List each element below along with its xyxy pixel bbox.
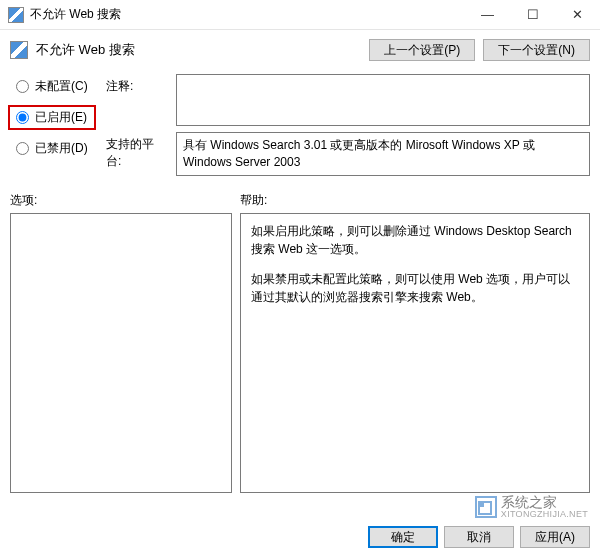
apply-button[interactable]: 应用(A) [520, 526, 590, 548]
watermark-text: 系统之家 XITONGZHIJIA.NET [501, 495, 588, 520]
config-section: 未配置(C) 已启用(E) 已禁用(D) 注释: 支持的平台: 具有 Windo… [0, 70, 600, 182]
fields-column: 注释: 支持的平台: 具有 Windows Search 3.01 或更高版本的… [106, 74, 590, 176]
policy-icon [10, 41, 28, 59]
radio-disabled-label: 已禁用(D) [35, 140, 88, 157]
comment-input[interactable] [176, 74, 590, 126]
options-label: 选项: [10, 192, 240, 209]
ok-button[interactable]: 确定 [368, 526, 438, 548]
comment-label: 注释: [106, 74, 168, 95]
maximize-button[interactable]: ☐ [510, 0, 555, 30]
supported-text: 具有 Windows Search 3.01 或更高版本的 Mirosoft W… [176, 132, 590, 176]
radio-not-configured[interactable]: 未配置(C) [10, 78, 96, 95]
next-setting-button[interactable]: 下一个设置(N) [483, 39, 590, 61]
radio-disabled[interactable]: 已禁用(D) [10, 140, 96, 157]
radio-not-configured-label: 未配置(C) [35, 78, 88, 95]
help-pane: 如果启用此策略，则可以删除通过 Windows Desktop Search 搜… [240, 213, 590, 493]
help-label: 帮助: [240, 192, 267, 209]
help-paragraph-2: 如果禁用或未配置此策略，则可以使用 Web 选项，用户可以通过其默认的浏览器搜索… [251, 270, 579, 306]
lower-labels: 选项: 帮助: [0, 182, 600, 213]
app-icon [8, 7, 24, 23]
button-bar: 确定 取消 应用(A) [368, 526, 590, 548]
panes: 如果启用此策略，则可以删除通过 Windows Desktop Search 搜… [0, 213, 600, 493]
radio-enabled-label: 已启用(E) [35, 109, 87, 126]
minimize-button[interactable]: — [465, 0, 510, 30]
radio-not-configured-input[interactable] [16, 80, 29, 93]
window-title: 不允许 Web 搜索 [30, 6, 465, 23]
titlebar: 不允许 Web 搜索 — ☐ ✕ [0, 0, 600, 30]
radio-enabled-input[interactable] [16, 111, 29, 124]
options-pane [10, 213, 232, 493]
help-paragraph-1: 如果启用此策略，则可以删除通过 Windows Desktop Search 搜… [251, 222, 579, 258]
radio-disabled-input[interactable] [16, 142, 29, 155]
close-button[interactable]: ✕ [555, 0, 600, 30]
header-row: 不允许 Web 搜索 上一个设置(P) 下一个设置(N) [0, 30, 600, 70]
watermark-icon [475, 496, 497, 518]
prev-setting-button[interactable]: 上一个设置(P) [369, 39, 475, 61]
comment-row: 注释: [106, 74, 590, 126]
policy-title: 不允许 Web 搜索 [36, 41, 361, 59]
watermark-url: XITONGZHIJIA.NET [501, 510, 588, 520]
window-controls: — ☐ ✕ [465, 0, 600, 30]
radio-group: 未配置(C) 已启用(E) 已禁用(D) [10, 74, 96, 176]
radio-enabled[interactable]: 已启用(E) [8, 105, 96, 130]
supported-label: 支持的平台: [106, 132, 168, 170]
supported-row: 支持的平台: 具有 Windows Search 3.01 或更高版本的 Mir… [106, 132, 590, 176]
watermark: 系统之家 XITONGZHIJIA.NET [475, 495, 588, 520]
watermark-cn: 系统之家 [501, 495, 588, 510]
cancel-button[interactable]: 取消 [444, 526, 514, 548]
